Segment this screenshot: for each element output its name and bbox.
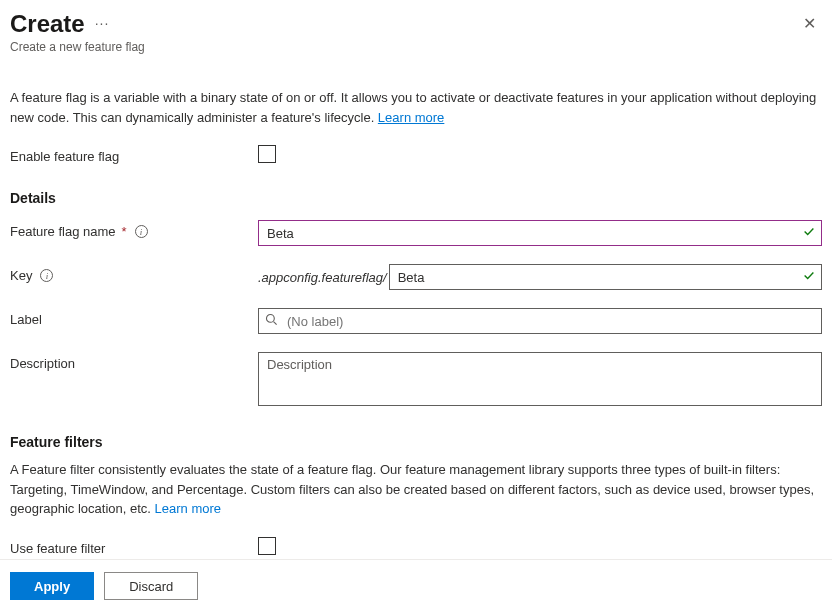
footer: Apply Discard	[0, 559, 832, 614]
filters-heading: Feature filters	[10, 434, 822, 450]
info-icon[interactable]: i	[40, 269, 53, 282]
close-button[interactable]: ✕	[797, 10, 822, 38]
key-label: Key	[10, 268, 32, 283]
intro-learn-more-link[interactable]: Learn more	[378, 110, 444, 125]
close-icon: ✕	[803, 15, 816, 32]
filters-text: A Feature filter consistently evaluates …	[10, 460, 822, 519]
label-field-label: Label	[10, 312, 42, 327]
panel-title: Create	[10, 10, 85, 38]
required-marker: *	[122, 224, 127, 239]
label-input[interactable]	[258, 308, 822, 334]
filters-body: A Feature filter consistently evaluates …	[10, 462, 814, 516]
use-filter-checkbox[interactable]	[258, 537, 276, 555]
description-input[interactable]	[258, 352, 822, 406]
intro-text: A feature flag is a variable with a bina…	[10, 88, 822, 127]
flag-name-input[interactable]	[258, 220, 822, 246]
use-filter-label: Use feature filter	[10, 537, 258, 556]
flag-name-label: Feature flag name	[10, 224, 116, 239]
apply-button[interactable]: Apply	[10, 572, 94, 600]
enable-flag-checkbox[interactable]	[258, 145, 276, 163]
details-heading: Details	[10, 190, 822, 206]
key-input[interactable]	[389, 264, 822, 290]
enable-flag-label: Enable feature flag	[10, 145, 258, 164]
more-icon[interactable]: ···	[95, 16, 110, 30]
filters-learn-more-link[interactable]: Learn more	[155, 501, 221, 516]
discard-button[interactable]: Discard	[104, 572, 198, 600]
description-label: Description	[10, 356, 75, 371]
key-prefix: .appconfig.featureflag/	[258, 270, 389, 285]
panel-subtitle: Create a new feature flag	[10, 40, 145, 54]
info-icon[interactable]: i	[135, 225, 148, 238]
